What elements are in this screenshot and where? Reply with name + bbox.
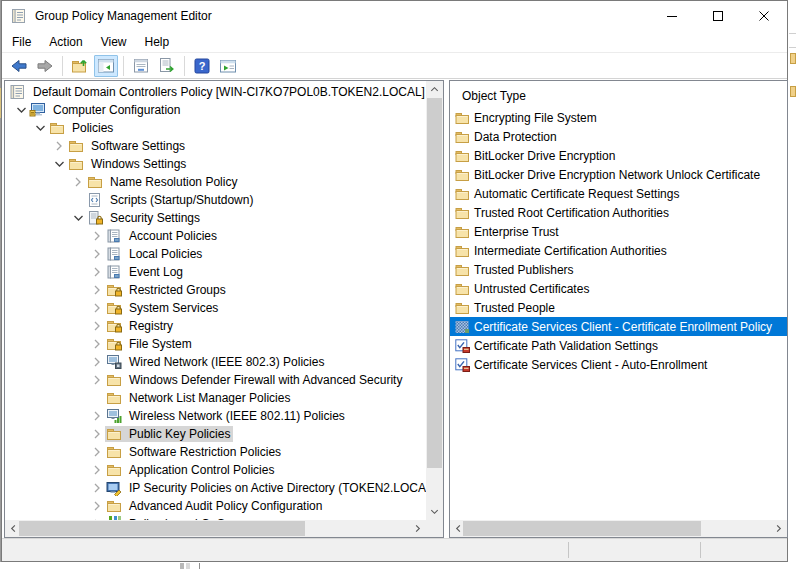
chevron-right-icon[interactable]	[89, 246, 105, 262]
scroll-down-button[interactable]	[426, 503, 443, 520]
back-arrow-icon	[10, 57, 28, 75]
list-item-label: Certificate Services Client - Certificat…	[474, 320, 772, 334]
tree-item[interactable]: Software Settings	[5, 137, 426, 155]
folder-icon	[105, 390, 122, 406]
list-item[interactable]: Trusted Root Certification Authorities	[450, 203, 787, 222]
chevron-right-icon[interactable]	[89, 354, 105, 370]
list-item[interactable]: Data Protection	[450, 127, 787, 146]
tree-item[interactable]: Application Control Policies	[5, 461, 426, 479]
list-item[interactable]: Certificate Path Validation Settings	[450, 336, 787, 355]
tree-item[interactable]: Windows Settings	[5, 155, 426, 173]
up-one-level-button[interactable]	[68, 55, 92, 77]
chevron-down-icon[interactable]	[70, 210, 86, 226]
maximize-button[interactable]	[695, 1, 741, 31]
tree-horizontal-scrollbar[interactable]	[5, 520, 426, 537]
title-bar[interactable]: Group Policy Management Editor	[2, 1, 787, 31]
tree-item[interactable]: Default Domain Controllers Policy [WIN-C…	[5, 83, 426, 101]
tree-item[interactable]: Registry	[5, 317, 426, 335]
scroll-right-button[interactable]	[770, 520, 787, 537]
chevron-right-icon[interactable]	[89, 462, 105, 478]
chevron-right-icon[interactable]	[51, 138, 67, 154]
forward-button[interactable]	[33, 55, 57, 77]
tree-item[interactable]: Network List Manager Policies	[5, 389, 426, 407]
tree-hscroll-thumb[interactable]	[19, 521, 305, 536]
list-item[interactable]: Certificate Services Client - Certificat…	[450, 317, 787, 336]
cert-settings-icon	[455, 358, 470, 372]
chevron-right-icon[interactable]	[89, 264, 105, 280]
toolbar-separator	[62, 56, 63, 76]
list-item[interactable]: Certificate Services Client - Auto-Enrol…	[450, 355, 787, 374]
chevron-right-icon[interactable]	[89, 372, 105, 388]
chevron-right-icon[interactable]	[89, 228, 105, 244]
menu-file[interactable]: File	[2, 33, 40, 51]
chevron-right-icon[interactable]	[89, 408, 105, 424]
scroll-right-button[interactable]	[409, 520, 426, 537]
menu-action[interactable]: Action	[40, 33, 91, 51]
menu-help[interactable]: Help	[136, 33, 179, 51]
tree-item[interactable]: Security Settings	[5, 209, 426, 227]
tree-item-label: Windows Settings	[88, 156, 189, 172]
tree-item[interactable]: Computer Configuration	[5, 101, 426, 119]
chevron-right-icon[interactable]	[89, 498, 105, 514]
list-item[interactable]: Trusted People	[450, 298, 787, 317]
chevron-right-icon[interactable]	[89, 336, 105, 352]
menu-view[interactable]: View	[92, 33, 136, 51]
chevron-right-icon[interactable]	[70, 174, 86, 190]
new-window-button[interactable]	[216, 55, 240, 77]
tree-item[interactable]: Wired Network (IEEE 802.3) Policies	[5, 353, 426, 371]
tree-item-label: Event Log	[126, 264, 186, 280]
tree-item[interactable]: Wireless Network (IEEE 802.11) Policies	[5, 407, 426, 425]
list-item[interactable]: BitLocker Drive Encryption	[450, 146, 787, 165]
tree-item[interactable]: Event Log	[5, 263, 426, 281]
close-button[interactable]	[741, 1, 787, 31]
tree-item[interactable]: Public Key Policies	[5, 425, 426, 443]
help-button[interactable]: ?	[190, 55, 214, 77]
chevron-down-icon[interactable]	[51, 156, 67, 172]
tree-vscroll-thumb[interactable]	[427, 98, 442, 468]
tree-item[interactable]: Advanced Audit Policy Configuration	[5, 497, 426, 515]
list-item[interactable]: Trusted Publishers	[450, 260, 787, 279]
tree-item[interactable]: File System	[5, 335, 426, 353]
tree-item[interactable]: Software Restriction Policies	[5, 443, 426, 461]
list-hscroll-thumb[interactable]	[463, 521, 701, 536]
tree-item[interactable]: Windows Defender Firewall with Advanced …	[5, 371, 426, 389]
tree-item-label: IP Security Policies on Active Directory…	[126, 480, 426, 496]
chevron-down-icon[interactable]	[32, 120, 48, 136]
tree-item[interactable]: Policies	[5, 119, 426, 137]
wired-icon	[105, 354, 122, 370]
chevron-right-icon[interactable]	[89, 300, 105, 316]
cert-dither-icon	[455, 320, 470, 334]
scroll-up-button[interactable]	[426, 81, 443, 98]
list-item[interactable]: Enterprise Trust	[450, 222, 787, 241]
chevron-right-icon[interactable]	[89, 282, 105, 298]
tree-item-label: Computer Configuration	[50, 102, 183, 118]
tree-item[interactable]: IP Security Policies on Active Directory…	[5, 479, 426, 497]
list-item[interactable]: Encrypting File System	[450, 108, 787, 127]
chevron-right-icon[interactable]	[89, 426, 105, 442]
list-item[interactable]: Intermediate Certification Authorities	[450, 241, 787, 260]
properties-button[interactable]	[129, 55, 153, 77]
tree-item[interactable]: Name Resolution Policy	[5, 173, 426, 191]
tree-item[interactable]: Scripts (Startup/Shutdown)	[5, 191, 426, 209]
list-item[interactable]: Untrusted Certificates	[450, 279, 787, 298]
tree-item[interactable]: Restricted Groups	[5, 281, 426, 299]
list-item[interactable]: Automatic Certificate Request Settings	[450, 184, 787, 203]
list-horizontal-scrollbar[interactable]	[450, 520, 787, 537]
column-header-object-type[interactable]: Object Type	[462, 89, 526, 103]
tree-item[interactable]: Account Policies	[5, 227, 426, 245]
tree-item[interactable]: Local Policies	[5, 245, 426, 263]
export-list-button[interactable]	[155, 55, 179, 77]
chevron-down-icon[interactable]	[13, 102, 29, 118]
chevron-right-icon[interactable]	[89, 444, 105, 460]
chevron-right-icon[interactable]	[89, 318, 105, 334]
console-tree-toggle[interactable]	[94, 55, 118, 77]
chevron-right-icon[interactable]	[89, 480, 105, 496]
list-item-label: Data Protection	[474, 130, 557, 144]
tree-item[interactable]: System Services	[5, 299, 426, 317]
back-button[interactable]	[7, 55, 31, 77]
script-icon	[86, 192, 103, 208]
list-item[interactable]: BitLocker Drive Encryption Network Unloc…	[450, 165, 787, 184]
tree-item-label: Network List Manager Policies	[126, 390, 293, 406]
tree-vertical-scrollbar[interactable]	[426, 81, 443, 520]
minimize-button[interactable]	[649, 1, 695, 31]
